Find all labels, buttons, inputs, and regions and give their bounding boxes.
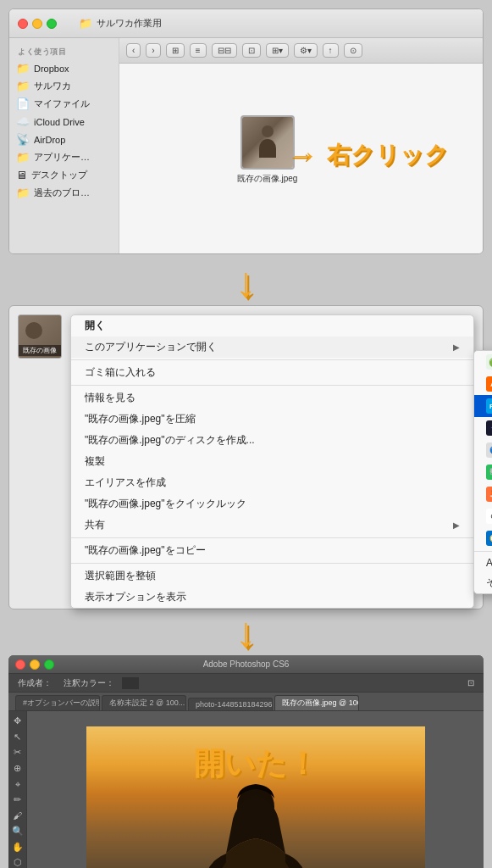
ps-tool-zoom[interactable]: 🔍: [10, 825, 25, 838]
submenu-colorsync[interactable]: 🔵 ColorSync ユーティリティ: [474, 439, 492, 461]
sidebar-item-saruwaka[interactable]: 📁 サルワカ: [9, 77, 119, 95]
ps-tool-hex[interactable]: ⬡: [10, 856, 25, 868]
context-area: 既存の画像 開く このアプリケーションで開く ▶ 🟢 プレビュー（デフォルト） …: [9, 306, 483, 609]
submenu-appstore[interactable]: App Store...: [474, 554, 492, 572]
context-view-options[interactable]: 表示オプションを表示: [71, 587, 473, 608]
share-button[interactable]: ↑: [323, 43, 339, 58]
submenu-safari[interactable]: 🧭 Safari: [474, 527, 492, 549]
sidebar-item-desktop[interactable]: 🖥 デスクトップ: [9, 166, 119, 184]
person-graphic: [255, 125, 280, 159]
right-click-label: 右クリック: [327, 139, 449, 171]
chrome-icon: ⊕: [486, 509, 492, 524]
submenu-chrome[interactable]: ⊕ Google Chrome: [474, 505, 492, 527]
forward-button[interactable]: ›: [146, 43, 160, 58]
ps-tab-2[interactable]: 名称未設定 2 @ 100...: [102, 695, 186, 710]
sidebar-item-icloud[interactable]: ☁️ iCloud Drive: [9, 113, 119, 131]
finder-content: 既存の画像.jpeg ← 右クリック: [119, 64, 483, 253]
preview-icon: 🟢: [486, 354, 492, 370]
ps-tool-crosshair[interactable]: ⌖: [10, 777, 25, 791]
finder-toolbar: ‹ › ⊞ ≡ ⊟⊟ ⊡ ⊞▾ ⚙▾ ↑ ⊙: [119, 38, 483, 64]
context-copy[interactable]: "既存の画像.jpeg"をコピー: [71, 540, 473, 561]
context-duplicate[interactable]: 複製: [71, 451, 473, 472]
airdrop-icon: 📡: [16, 133, 30, 146]
photoshop-panel: Adobe Photoshop CS6 作成者： 注釈カラー： ⊡ #オプション…: [8, 655, 484, 868]
finder-titlebar: 📁 サルワカ作業用: [9, 9, 483, 38]
ps-menu-color[interactable]: 注釈カラー：: [59, 676, 119, 691]
ps-tool-crop[interactable]: ✂: [10, 746, 25, 760]
submenu-cine[interactable]: ✦ Cinemagraph Pro: [474, 417, 492, 439]
ps-left-toolbar: ✥ ↖ ✂ ⊕ ⌖ ✏ 🖌 🔍 ✋ ⬡ ⭕ T ⬜ 🪣: [8, 711, 27, 868]
safari-icon: 🧭: [486, 531, 492, 546]
context-info[interactable]: 情報を見る: [71, 387, 473, 409]
edit-tags-button[interactable]: ⊙: [344, 43, 362, 58]
submenu-evernote[interactable]: 🐘 Evernote: [474, 461, 492, 483]
ps-tab-3[interactable]: photo-1448518184296...: [188, 698, 273, 710]
ps-workspace: ✥ ↖ ✂ ⊕ ⌖ ✏ 🖌 🔍 ✋ ⬡ ⭕ T ⬜ 🪣: [8, 711, 484, 868]
list-view-button[interactable]: ≡: [190, 43, 207, 58]
evernote-icon: 🐘: [486, 465, 492, 480]
column-view-button[interactable]: ⊟⊟: [212, 43, 237, 58]
ps-tool-move[interactable]: ✥: [10, 715, 25, 728]
submenu-ps[interactable]: Ps Adobe Photoshop CS6 ←: [474, 395, 492, 417]
ps-tool-hand[interactable]: ✋: [10, 841, 25, 854]
down-arrow-2: ↓: [0, 611, 492, 654]
file-thumbnail-small: 既存の画像: [18, 314, 62, 359]
context-share[interactable]: 共有 ▶: [71, 515, 473, 536]
context-arrange[interactable]: 選択範囲を整頓: [71, 565, 473, 587]
ps-close-button[interactable]: [15, 659, 25, 670]
icon-view-button[interactable]: ⊞: [166, 43, 185, 58]
finder-panel: 📁 サルワカ作業用 よく使う項目 📁 Dropbox 📁 サルワカ 📄 マイファ…: [8, 8, 484, 254]
ps-color-swatch[interactable]: [122, 677, 139, 689]
submenu-other[interactable]: その他...: [474, 572, 492, 593]
ps-panel-icon[interactable]: ⊡: [463, 676, 478, 689]
sidebar-item-dropbox[interactable]: 📁 Dropbox: [9, 59, 119, 77]
sidebar-item-airdrop[interactable]: 📡 AirDrop: [9, 131, 119, 148]
ps-tool-select[interactable]: ↖: [10, 731, 25, 744]
context-quicklook[interactable]: "既存の画像.jpeg"をクイックルック: [71, 493, 473, 515]
traffic-lights: [18, 19, 57, 29]
coverflow-button[interactable]: ⊡: [242, 43, 261, 58]
context-open[interactable]: 開く: [71, 315, 473, 337]
ps-menubar: 作成者： 注釈カラー： ⊡: [8, 674, 484, 693]
firefox-icon: 🦊: [486, 487, 492, 502]
ps-menu-compose[interactable]: 作成者：: [14, 676, 56, 691]
submenu-firefox[interactable]: 🦊 Firefox: [474, 483, 492, 505]
submenu-arrow-icon: ▶: [453, 342, 460, 352]
folder-icon: 📁: [16, 80, 30, 92]
submenu-preview[interactable]: 🟢 プレビュー（デフォルト）: [474, 351, 492, 373]
arrange-button[interactable]: ⊞▾: [266, 43, 289, 58]
ai-icon: Ai: [486, 376, 492, 392]
down-arrow-icon: ↓: [235, 261, 257, 303]
ps-tool-brush[interactable]: 🖌: [10, 809, 25, 822]
back-button[interactable]: ‹: [126, 43, 141, 58]
ps-tool-pencil[interactable]: ✏: [10, 793, 25, 807]
sidebar-item-myfiles[interactable]: 📄 マイファイル: [9, 95, 119, 113]
ps-minimize-button[interactable]: [30, 659, 40, 670]
maximize-button[interactable]: [47, 19, 57, 29]
window-title: 📁 サルワカ作業用: [79, 17, 162, 30]
minimize-button[interactable]: [32, 19, 42, 29]
ps-tab-4-active[interactable]: 既存の画像.jpeg @ 100% (RGB/8): [274, 695, 359, 710]
sidebar-item-past[interactable]: 📁 過去のブロ…: [9, 184, 119, 202]
context-disk[interactable]: "既存の画像.jpeg"のディスクを作成...: [71, 430, 473, 451]
separator-4: [71, 563, 473, 564]
ps-maximize-button[interactable]: [44, 659, 54, 670]
submenu-ai[interactable]: Ai Adobe Illustrator CS5: [474, 373, 492, 395]
person-head: [262, 125, 274, 137]
context-alias[interactable]: エイリアスを作成: [71, 472, 473, 493]
close-button[interactable]: [18, 19, 28, 29]
sidebar-item-applications[interactable]: 📁 アプリケー…: [9, 148, 119, 166]
ps-tabs: #オプションバーの説明-03.jpg 名称未設定 2 @ 100... phot…: [8, 693, 484, 711]
share-submenu-arrow: ▶: [453, 520, 460, 530]
action-button[interactable]: ⚙▾: [294, 43, 318, 58]
context-compress[interactable]: "既存の画像.jpeg"を圧縮: [71, 409, 473, 430]
ps-traffic-lights: [15, 659, 54, 670]
finder-main: ‹ › ⊞ ≡ ⊟⊟ ⊡ ⊞▾ ⚙▾ ↑ ⊙ 既存: [119, 9, 483, 253]
ps-tool-zoom-in[interactable]: ⊕: [10, 762, 25, 776]
context-open-with[interactable]: このアプリケーションで開く ▶ 🟢 プレビュー（デフォルト） Ai Adobe …: [71, 337, 473, 358]
ps-tab-1[interactable]: #オプションバーの説明-03.jpg: [15, 695, 100, 710]
file-icon[interactable]: [240, 115, 295, 170]
context-trash[interactable]: ゴミ箱に入れる: [71, 362, 473, 383]
separator-3: [71, 537, 473, 538]
ps-titlebar: Adobe Photoshop CS6: [8, 655, 484, 674]
